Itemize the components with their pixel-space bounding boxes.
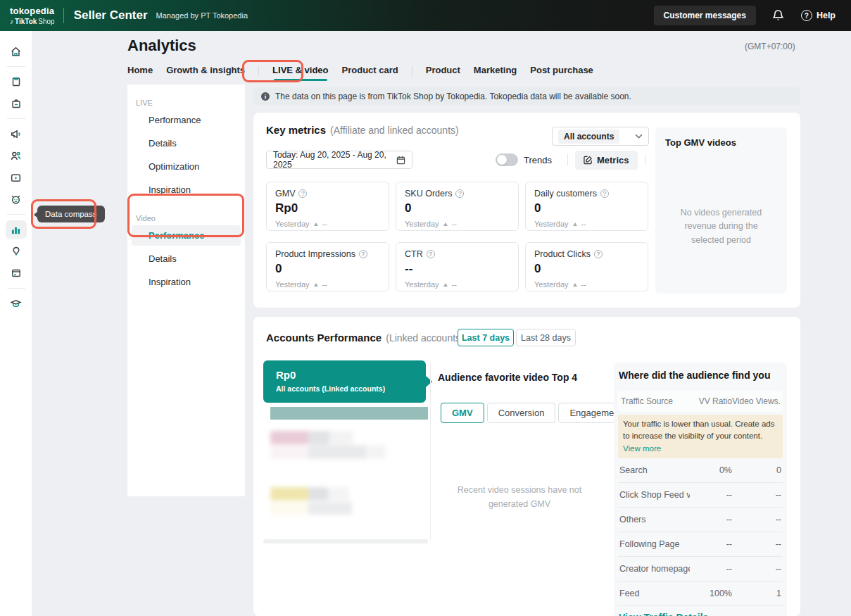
trends-toggle[interactable] [496,153,518,166]
traffic-source: Search [619,465,690,475]
tab-growth-insights[interactable]: Growth & insights [166,65,245,81]
accounts-performance-card: Accounts Performance (Linked accounts) L… [253,317,800,616]
app-title: Seller Center [74,8,148,23]
subnav-section-live: LIVE [127,99,245,107]
question-icon[interactable]: ? [600,189,609,198]
graduation-cap-icon[interactable] [6,294,27,313]
tab-marketing[interactable]: Marketing [474,65,517,81]
vv-ratio: -- [690,539,732,549]
divider [7,66,25,67]
traffic-source: Creator homepage [619,564,690,574]
delta-value: -- [452,220,457,228]
traffic-row-click-shop-feed[interactable]: Click Shop Feed vid -- -- [618,483,783,508]
redacted-account-rows [263,422,431,541]
traffic-row-others[interactable]: Others -- -- [618,508,783,532]
tab-home[interactable]: Home [127,65,153,81]
subnav-live-optimization[interactable]: Optimization [132,156,241,177]
people-icon[interactable] [6,146,27,165]
key-metrics-subtitle: (Affiliate and linked accounts) [330,125,459,136]
video-card-icon[interactable] [6,168,27,187]
metric-card-sku-orders[interactable]: SKU Orders? 0 Yesterday-- [396,182,519,231]
brand-logo[interactable]: tokopedia ♪ TikTok Shop [10,6,55,25]
question-icon[interactable]: ? [455,189,464,198]
traffic-source: Click Shop Feed vid [619,490,690,500]
audience-tab-gmv[interactable]: GMV [441,403,484,423]
subnav-video-details[interactable]: Details [132,249,241,269]
delta-value: -- [452,280,457,289]
subnav-video-inspiration[interactable]: Inspiration [132,272,241,292]
subnav-live-inspiration[interactable]: Inspiration [132,180,241,200]
tab-product[interactable]: Product [426,65,460,81]
tiktok-note-icon: ♪ [10,18,13,25]
all-accounts-selected-card[interactable]: Rp0 All accounts (Linked accounts) [263,360,426,403]
accounts-performance-subtitle: (Linked accounts) [386,332,464,344]
question-icon[interactable]: ? [594,250,603,258]
metric-card-ctr[interactable]: CTR? -- Yesterday-- [396,242,519,291]
compare-label: Yesterday [534,280,569,289]
traffic-row-following-page[interactable]: Following Page -- -- [618,532,783,557]
account-filter-value: All accounts [558,130,619,144]
audience-tab-conversion[interactable]: Conversion [487,403,556,423]
question-icon[interactable]: ? [359,250,367,258]
metrics-button[interactable]: Metrics [575,151,638,170]
horizontal-scrollbar[interactable] [263,539,428,543]
notification-bell-icon[interactable] [771,8,786,23]
metric-card-daily-customers[interactable]: Daily customers? 0 Yesterday-- [525,182,648,231]
view-more-link[interactable]: View more [623,444,661,453]
tab-post-purchase[interactable]: Post purchase [530,65,593,81]
app-subtitle: Managed by PT Tokopedia [156,11,248,20]
traffic-source: Following Page [619,539,690,549]
data-compass-icon[interactable] [6,220,27,239]
last-28-days-button[interactable]: Last 28 days [516,329,576,346]
divider [258,66,259,76]
video-views: -- [732,490,781,500]
subnav-live-performance[interactable]: Performance [132,110,241,130]
question-icon[interactable]: ? [427,250,435,258]
subnav-video-performance[interactable]: Performance [132,225,241,246]
divider [7,288,25,289]
edit-icon [584,156,593,165]
traffic-alert: Your traffic is lower than usual. Create… [618,415,783,458]
bag-icon[interactable] [6,94,27,113]
mascot-icon[interactable] [6,190,27,208]
metric-card-product-impressions[interactable]: Product Impressions? 0 Yesterday-- [266,242,389,291]
question-icon[interactable]: ? [298,189,307,198]
subnav-live-details[interactable]: Details [132,133,241,153]
last-7-days-button[interactable]: Last 7 days [458,329,514,346]
browser-card-icon[interactable] [6,264,27,282]
help-button[interactable]: ? Help [801,10,836,21]
video-views: -- [732,539,781,549]
metric-label: Product Clicks [534,249,591,259]
metric-card-gmv[interactable]: GMV? Rp0 Yesterday-- [266,182,389,231]
video-views: -- [732,515,781,524]
home-icon[interactable] [6,42,27,61]
info-banner-text: The data on this page is from TikTok Sho… [275,92,631,101]
tiktok-shop-logo: ♪ TikTok Shop [10,18,55,25]
data-compass-tooltip: Data compass [37,206,105,222]
view-traffic-details-link[interactable]: View Traffic Details [618,612,783,616]
tab-live-video[interactable]: LIVE & video [272,65,328,81]
vv-ratio: -- [690,515,732,524]
timezone-label: (GMT+07:00) [745,42,795,51]
trend-up-icon [443,222,448,226]
divider [7,214,25,215]
traffic-row-feed[interactable]: Feed 100% 1 [618,582,783,606]
col-video-views: Video Views.. [732,396,781,406]
divider [645,154,645,165]
metric-value: 0 [534,201,639,215]
trends-label: Trends [524,155,552,165]
account-filter-select[interactable]: All accounts [552,127,649,146]
lightbulb-icon[interactable] [6,242,27,260]
clipboard-icon[interactable] [6,73,27,91]
traffic-row-search[interactable]: Search 0% 0 [618,458,783,483]
customer-messages-button[interactable]: Customer messages [654,6,756,25]
traffic-row-creator-homepage[interactable]: Creator homepage -- -- [618,557,783,582]
metric-value: 0 [275,262,380,276]
metric-card-product-clicks[interactable]: Product Clicks? 0 Yesterday-- [525,242,648,291]
delta-value: -- [581,280,586,289]
megaphone-icon[interactable] [6,125,27,143]
traffic-sources-panel: Where did the audience find you Traffic … [614,363,787,616]
traffic-source: Others [619,515,690,524]
tab-product-card[interactable]: Product card [342,65,398,81]
date-range-picker[interactable]: Today: Aug 20, 2025 - Aug 20, 2025 [266,151,412,169]
